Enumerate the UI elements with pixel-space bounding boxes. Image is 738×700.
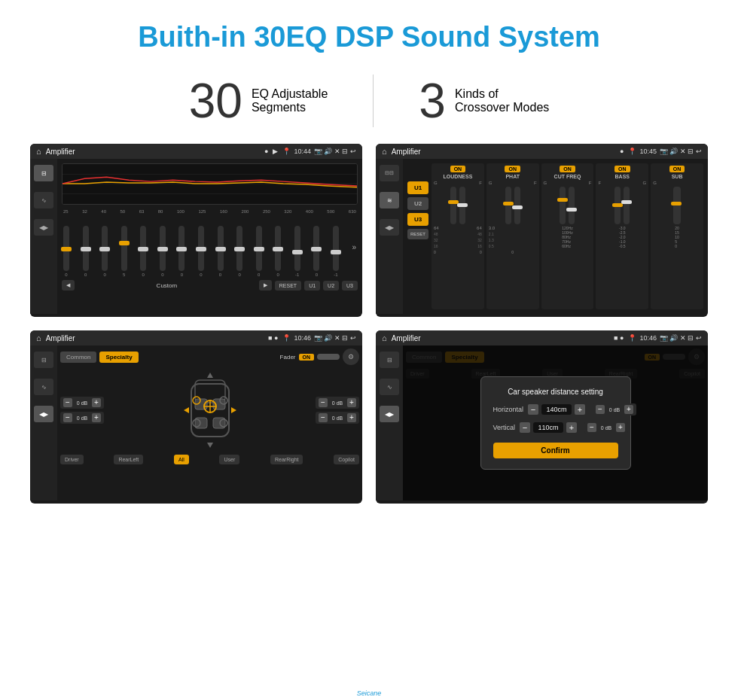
- fader-track[interactable]: [317, 354, 340, 360]
- eq-prev-btn[interactable]: ◀: [62, 280, 75, 291]
- slider-4[interactable]: 5: [121, 226, 127, 277]
- speaker-btns-row1: Driver RearLeft All User RearRight Copil…: [60, 455, 359, 464]
- slider-13[interactable]: -1: [294, 226, 300, 277]
- watermark: Seicane: [357, 689, 382, 697]
- slider-10[interactable]: 0: [236, 226, 242, 277]
- vertical-value: 110cm: [533, 422, 563, 433]
- settings-icon[interactable]: ⚙: [343, 348, 359, 365]
- slider-1[interactable]: 0: [63, 226, 69, 277]
- eq-u3-btn[interactable]: U3: [342, 281, 358, 291]
- driver-btn[interactable]: Driver: [60, 455, 84, 464]
- slider-15[interactable]: -1: [333, 226, 339, 277]
- home-icon-2[interactable]: ⌂: [382, 147, 387, 156]
- minus-btn-r1[interactable]: −: [319, 398, 328, 407]
- all-btn[interactable]: All: [174, 455, 189, 464]
- sidebar-eq-btn[interactable]: ⊟: [34, 165, 53, 181]
- vert-db-val: 0 dB: [599, 425, 614, 431]
- dialog-overlay: Car speaker distance setting Horizontal …: [403, 345, 708, 501]
- tabs-row: Common Specialty Fader ON ⚙: [60, 348, 359, 365]
- vertical-minus-btn[interactable]: −: [520, 422, 530, 433]
- vert-db-minus[interactable]: −: [587, 423, 596, 432]
- eq-next-btn[interactable]: ▶: [259, 280, 272, 291]
- eq-reset-btn[interactable]: RESET: [275, 281, 301, 291]
- screen1-play[interactable]: ▶: [273, 148, 278, 155]
- fader-label: Fader: [280, 354, 296, 361]
- sidebar-spk-btn-4[interactable]: ◀▶: [380, 406, 399, 422]
- eq-graph: [62, 163, 358, 205]
- plus-btn-l2[interactable]: +: [92, 413, 101, 422]
- fader-on[interactable]: ON: [299, 354, 315, 361]
- vertical-plus-btn[interactable]: +: [566, 422, 577, 433]
- on-badge-phat: ON: [505, 166, 520, 172]
- screen2-sidebar: ⊟⊟ ≋ ◀▶: [376, 159, 403, 314]
- vert-db-plus[interactable]: +: [616, 423, 625, 432]
- confirm-button[interactable]: Confirm: [493, 443, 618, 458]
- sidebar-eq-btn-4[interactable]: ⊟: [380, 352, 399, 368]
- slider-7[interactable]: 0: [178, 226, 184, 277]
- slider-5[interactable]: 0: [140, 226, 146, 277]
- home-icon-4[interactable]: ⌂: [382, 333, 387, 342]
- sidebar-wave-btn[interactable]: ∿: [34, 192, 53, 208]
- col-phat: ON PHAT GF 3.0: [486, 163, 539, 309]
- minus-btn-l1[interactable]: −: [63, 398, 72, 407]
- slider-3[interactable]: 0: [102, 226, 108, 277]
- slider-arrows[interactable]: »: [352, 243, 356, 251]
- phat-sliders[interactable]: [489, 187, 537, 224]
- cutfreq-sliders[interactable]: [544, 187, 592, 224]
- horizontal-label: Horizontal: [493, 406, 524, 413]
- slider-11[interactable]: 0: [256, 226, 262, 277]
- horiz-db-plus[interactable]: +: [624, 405, 633, 414]
- preset-u1[interactable]: U1: [407, 181, 428, 194]
- plus-btn-r2[interactable]: +: [347, 413, 356, 422]
- reset-cross-btn[interactable]: RESET: [407, 229, 428, 239]
- loudness-sliders[interactable]: [434, 187, 482, 224]
- bass-sliders[interactable]: [598, 187, 646, 224]
- screen1-sidebar: ⊟ ∿ ◀▶: [30, 159, 57, 314]
- sidebar-wave-btn-3[interactable]: ∿: [34, 379, 53, 395]
- sidebar-cross-btn[interactable]: ≋: [380, 192, 399, 208]
- sidebar-eq-btn-3[interactable]: ⊟: [34, 352, 53, 368]
- minus-btn-r2[interactable]: −: [319, 413, 328, 422]
- home-icon-3[interactable]: ⌂: [36, 333, 41, 342]
- sidebar-eq-btn-2[interactable]: ⊟⊟: [380, 165, 399, 181]
- screen1-icons: 📍 10:44 📷 🔊 ✕ ⊟ ↩: [282, 148, 356, 155]
- screen-specialty: ⌂ Amplifier ■ ● 📍 10:46 📷 🔊 ✕ ⊟ ↩ ⊟ ∿ ◀▶…: [30, 330, 362, 504]
- plus-btn-l1[interactable]: +: [92, 398, 101, 407]
- slider-12[interactable]: 0: [275, 226, 281, 277]
- topbar-1: ⌂ Amplifier ● ▶ 📍 10:44 📷 🔊 ✕ ⊟ ↩: [30, 144, 362, 159]
- slider-14[interactable]: 0: [313, 226, 319, 277]
- home-icon-1[interactable]: ⌂: [36, 147, 41, 156]
- svg-marker-19: [184, 407, 189, 413]
- horiz-db-minus[interactable]: −: [596, 405, 605, 414]
- vert-db-ctrl: − 0 dB +: [584, 422, 628, 434]
- user-btn[interactable]: User: [219, 455, 239, 464]
- rearleft-btn[interactable]: RearLeft: [114, 455, 143, 464]
- sidebar-vol-btn[interactable]: ◀▶: [34, 219, 53, 236]
- tab-specialty-3[interactable]: Specialty: [99, 352, 138, 363]
- sidebar-spk-btn-3[interactable]: ◀▶: [34, 406, 53, 422]
- screen2-content: ⊟⊟ ≋ ◀▶ U1 U2 U3 RESET: [376, 159, 708, 314]
- horizontal-plus-btn[interactable]: +: [575, 404, 585, 415]
- tab-common-3[interactable]: Common: [60, 352, 96, 363]
- eq-u1-btn[interactable]: U1: [304, 281, 320, 291]
- preset-u3[interactable]: U3: [407, 213, 428, 226]
- sub-slider[interactable]: [653, 187, 701, 224]
- db-val-r1: 0 dB: [330, 400, 345, 406]
- minus-btn-l2[interactable]: −: [63, 413, 72, 422]
- sidebar-spk-btn[interactable]: ◀▶: [380, 219, 399, 236]
- slider-6[interactable]: 0: [160, 226, 166, 277]
- preset-u2[interactable]: U2: [407, 197, 428, 210]
- plus-btn-r1[interactable]: +: [347, 398, 356, 407]
- sidebar-wave-btn-4[interactable]: ∿: [380, 379, 399, 395]
- horizontal-minus-btn[interactable]: −: [528, 404, 538, 415]
- slider-2[interactable]: 0: [83, 226, 89, 277]
- screen3-title: Amplifier: [46, 334, 264, 342]
- db-ctrl-right-1: − 0 dB +: [316, 397, 359, 409]
- screen1-content: ⊟ ∿ ◀▶: [30, 159, 362, 314]
- slider-8[interactable]: 0: [198, 226, 204, 277]
- copilot-btn[interactable]: Copilot: [334, 455, 359, 464]
- slider-9[interactable]: 0: [218, 226, 224, 277]
- right-controls: − 0 dB + − 0 dB +: [316, 397, 359, 424]
- rearright-btn[interactable]: RearRight: [270, 455, 303, 464]
- eq-u2-btn[interactable]: U2: [323, 281, 339, 291]
